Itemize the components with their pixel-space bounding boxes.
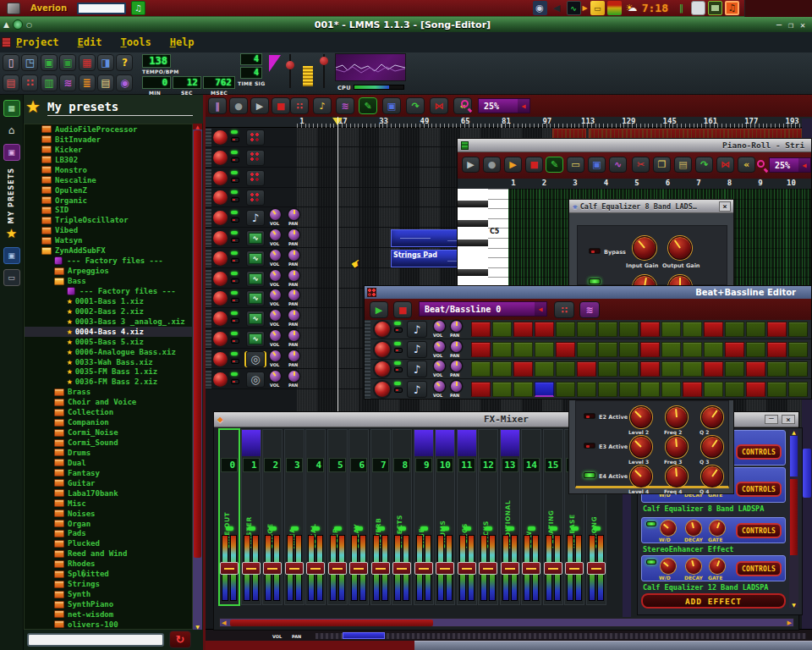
fx-channel[interactable]: 4LOCAL bbox=[305, 429, 326, 605]
pan-knob[interactable] bbox=[288, 310, 299, 321]
fx-channel[interactable]: 6DELAY bbox=[348, 429, 369, 605]
mail-icon[interactable]: ▭ bbox=[590, 1, 605, 15]
bb-step-cell[interactable] bbox=[556, 342, 575, 357]
piano-roll-timeline[interactable]: 12345678910 bbox=[458, 179, 811, 189]
bb-step-cell[interactable] bbox=[471, 342, 491, 357]
erase-mode-icon[interactable]: ▭ bbox=[567, 157, 584, 173]
fx-fader-handle[interactable] bbox=[371, 562, 390, 575]
black-key[interactable] bbox=[458, 220, 488, 227]
bb-step-cell[interactable] bbox=[767, 361, 787, 377]
play-icon[interactable]: ▶ bbox=[250, 97, 269, 114]
band-active-led[interactable] bbox=[584, 413, 595, 419]
mute-knob[interactable] bbox=[213, 190, 228, 205]
whats-this-icon[interactable]: ? bbox=[116, 54, 133, 71]
track-indicator[interactable] bbox=[231, 379, 239, 384]
fx-channel[interactable]: 2STAGE bbox=[262, 429, 283, 605]
bb-step-cell[interactable] bbox=[661, 342, 681, 357]
draw-mode-icon[interactable]: ✎ bbox=[546, 157, 563, 173]
midi-icon[interactable]: ◉ bbox=[116, 74, 133, 91]
tree-item[interactable]: ★0033-Wah Bass.xiz bbox=[25, 357, 192, 367]
effect-knob[interactable] bbox=[710, 559, 725, 574]
fx-channel[interactable]: 12STICKS bbox=[478, 429, 498, 605]
bb-track-row[interactable]: ♪VOLPAN bbox=[365, 320, 811, 339]
song-editor-hscrollbar[interactable] bbox=[206, 641, 414, 650]
track-indicator[interactable] bbox=[394, 328, 403, 333]
pan-knob[interactable] bbox=[288, 371, 299, 382]
mute-knob[interactable] bbox=[213, 171, 228, 185]
plugin-wave-icon[interactable]: ∿ bbox=[246, 271, 265, 287]
note-icon[interactable]: ♪ bbox=[407, 321, 427, 338]
show-desktop-icon[interactable] bbox=[7, 3, 20, 14]
band-knob[interactable] bbox=[630, 406, 652, 428]
zoom-x-selector[interactable]: 25%◀ bbox=[769, 157, 811, 173]
note-icon[interactable]: ♪ bbox=[407, 341, 427, 358]
band-knob[interactable] bbox=[666, 465, 688, 488]
desktop-search-input[interactable] bbox=[77, 3, 126, 14]
plugin-wave-icon[interactable]: ∿ bbox=[246, 331, 265, 347]
bb-step-cell[interactable] bbox=[788, 322, 808, 337]
fx-fader-handle[interactable] bbox=[436, 562, 454, 575]
controls-button[interactable]: CONTROLS bbox=[736, 444, 782, 460]
record-play-icon[interactable]: ▶ bbox=[504, 157, 522, 173]
track-indicator[interactable] bbox=[231, 178, 239, 183]
track-grip[interactable] bbox=[206, 270, 211, 288]
bb-step-cell[interactable] bbox=[640, 322, 660, 337]
bb-step-cell[interactable] bbox=[471, 382, 491, 397]
piano-roll-icon[interactable]: ▥ bbox=[41, 74, 58, 91]
track-indicator[interactable] bbox=[231, 137, 239, 142]
track-indicator[interactable] bbox=[231, 157, 239, 162]
fx-channel[interactable]: 11PERCS bbox=[457, 429, 477, 605]
master-pitch-slider[interactable] bbox=[323, 54, 325, 88]
tree-item[interactable]: Dual bbox=[25, 458, 192, 468]
refresh-button[interactable]: ↻ bbox=[169, 631, 191, 648]
bb-step-cell[interactable] bbox=[492, 361, 512, 377]
volume-knob[interactable] bbox=[434, 381, 445, 392]
tree-item[interactable]: olivers-100 bbox=[25, 620, 192, 630]
track-grip[interactable] bbox=[206, 310, 211, 328]
fx-chain-entry[interactable]: W/DDECAYGATECONTROLS bbox=[641, 517, 786, 543]
tree-item[interactable]: Laba170bank bbox=[25, 488, 192, 499]
bb-step-cell[interactable] bbox=[661, 361, 681, 377]
tree-item[interactable]: Cormi_Sound bbox=[25, 438, 192, 448]
bb-step-cell[interactable] bbox=[661, 382, 681, 397]
fx-channel[interactable]: 14LOW bbox=[521, 429, 541, 605]
mute-knob[interactable] bbox=[213, 291, 228, 306]
pan-knob[interactable] bbox=[451, 341, 462, 352]
track-grip[interactable] bbox=[365, 361, 370, 379]
fx-channel[interactable]: 9BASE bbox=[414, 429, 434, 605]
effect-knob[interactable] bbox=[661, 521, 676, 536]
black-key[interactable] bbox=[458, 201, 488, 207]
band-knob[interactable] bbox=[630, 436, 652, 458]
bb-step-cell[interactable] bbox=[471, 322, 491, 337]
tree-item[interactable]: Reed and Wind bbox=[25, 548, 192, 559]
bb-step-cell[interactable] bbox=[704, 342, 723, 357]
bb-step-cell[interactable] bbox=[725, 361, 744, 377]
add-automation-track-icon[interactable]: ≋ bbox=[336, 97, 354, 114]
tree-item[interactable]: Synth bbox=[25, 589, 192, 599]
pause-icon[interactable]: ‖ bbox=[674, 1, 689, 15]
paste-icon[interactable]: ▤ bbox=[674, 157, 692, 173]
restore-button[interactable]: ❐ bbox=[785, 20, 797, 30]
tree-item[interactable]: ZynAddSubFX bbox=[25, 245, 192, 256]
fx-fader-handle[interactable] bbox=[349, 562, 368, 575]
flip-icon[interactable]: ⋈ bbox=[430, 97, 448, 114]
rewind-icon[interactable]: « bbox=[738, 157, 755, 173]
pan-knob[interactable] bbox=[451, 321, 462, 332]
fx-channel[interactable]: 5DEEP bbox=[327, 429, 348, 605]
tree-item[interactable]: ★0006-Analogue Bass.xiz bbox=[25, 347, 192, 357]
bb-pattern-icon[interactable] bbox=[246, 150, 265, 166]
bb-step-cell[interactable] bbox=[513, 361, 533, 377]
track-grip[interactable] bbox=[206, 189, 211, 207]
track-grip[interactable] bbox=[206, 330, 211, 348]
detune-mode-icon[interactable]: ∿ bbox=[609, 157, 627, 173]
timesig-numerator[interactable]: 4 bbox=[240, 53, 262, 65]
track-indicator[interactable] bbox=[231, 218, 239, 223]
mute-knob[interactable] bbox=[213, 130, 228, 145]
bb-step-cell[interactable] bbox=[746, 322, 765, 337]
bb-step-cell[interactable] bbox=[556, 361, 575, 377]
bb-step-cell[interactable] bbox=[683, 322, 702, 337]
tree-item[interactable]: Cormi_Noise bbox=[25, 427, 192, 438]
bb-step-cell[interactable] bbox=[492, 382, 512, 397]
bb-step-cell[interactable] bbox=[535, 361, 554, 377]
fx-channel[interactable]: 0LINE OUT bbox=[219, 429, 239, 605]
